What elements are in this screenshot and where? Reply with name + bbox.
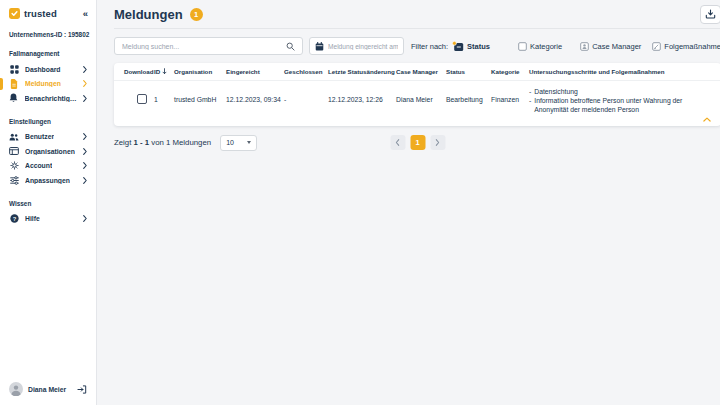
- sidebar-item-organisationen[interactable]: Organisationen: [0, 144, 96, 159]
- sidebar-item-hilfe[interactable]: ? Hilfe: [0, 212, 96, 227]
- sidebar: trusted « Unternehmens-ID : 195802 Fallm…: [0, 0, 97, 405]
- chevron-down-icon: [247, 141, 251, 144]
- export-download-button[interactable]: [700, 5, 720, 24]
- cell-letzte-statusaenderung: 12.12.2023, 12:26: [328, 96, 396, 103]
- category-filter-icon: [518, 42, 527, 51]
- row-download-checkbox[interactable]: [137, 94, 147, 104]
- date-filter-input[interactable]: Meldung eingereicht am...: [309, 37, 404, 55]
- sidebar-item-benachrichtigungen[interactable]: Benachrichtigu...: [0, 91, 96, 106]
- step-item: - Datensichtung: [529, 87, 697, 96]
- chevron-right-icon: [83, 66, 87, 73]
- logout-icon[interactable]: [77, 385, 87, 394]
- section-label-einstellungen: Einstellungen: [0, 106, 96, 130]
- sidebar-collapse-button[interactable]: «: [83, 9, 88, 19]
- sidebar-item-meldungen[interactable]: Meldungen: [0, 77, 96, 92]
- filter-label: Filter nach:: [411, 42, 448, 51]
- step-bullet: -: [529, 87, 531, 96]
- logo-text: trusted: [24, 8, 57, 19]
- sidebar-item-label: Benutzer: [25, 133, 54, 140]
- search-icon: [286, 42, 295, 51]
- page-size-select[interactable]: 10: [220, 135, 257, 151]
- sidebar-item-label: Hilfe: [25, 215, 40, 222]
- sidebar-item-label: Account: [25, 162, 52, 169]
- step-text: Datensichtung: [534, 87, 577, 96]
- filter-label-text: Case Manager: [592, 42, 641, 51]
- section-label-fallmanagement: Fallmanagement: [0, 38, 96, 62]
- cell-organisation: trusted GmbH: [174, 96, 226, 103]
- page-1-button[interactable]: 1: [410, 135, 425, 150]
- filter-label-text: Status: [467, 42, 490, 51]
- meldungen-table: Download ID Organisation Eingereicht Ges…: [114, 63, 720, 126]
- chevron-right-icon: [83, 133, 87, 140]
- column-header-eingereicht: Eingereicht: [226, 68, 284, 75]
- sidebar-item-dashboard[interactable]: Dashboard: [0, 62, 96, 77]
- sidebar-item-label: Anpassungen: [25, 177, 70, 184]
- chevron-right-icon: [83, 215, 87, 222]
- cell-kategorie: Finanzen: [491, 96, 529, 103]
- column-header-kategorie: Kategorie: [491, 68, 529, 75]
- next-page-button[interactable]: [430, 135, 445, 150]
- count-badge: 1: [190, 8, 203, 21]
- sidebar-item-anpassungen[interactable]: Anpassungen: [0, 173, 96, 188]
- filter-kategorie[interactable]: Kategorie: [518, 42, 562, 51]
- cell-eingereicht: 12.12.2023, 09:34: [226, 96, 284, 103]
- toolbar: Meldung eingereicht am... Filter nach: S…: [114, 37, 720, 55]
- column-header-download: Download: [124, 68, 154, 75]
- chevron-right-icon: [83, 80, 87, 87]
- sort-descending-icon: [162, 68, 167, 75]
- pagination-range: 1 - 1: [134, 138, 150, 147]
- section-label-wissen: Wissen: [0, 188, 96, 212]
- filter-status[interactable]: Status: [452, 41, 490, 52]
- page-header: Meldungen 1: [114, 0, 720, 29]
- cell-geschlossen: -: [284, 96, 328, 103]
- step-text: Information betroffene Person unter Wahr…: [534, 96, 697, 114]
- chevron-right-icon: [83, 162, 87, 169]
- sidebar-footer: Diana Meier: [0, 374, 96, 405]
- page-size-value: 10: [226, 139, 234, 146]
- calendar-icon: [315, 42, 324, 51]
- sidebar-item-label: Organisationen: [25, 148, 75, 155]
- svg-text:?: ?: [12, 216, 16, 222]
- search-box: [114, 37, 303, 55]
- filter-folgemassnahme[interactable]: Folgemaßnahme: [652, 42, 720, 51]
- status-filter-icon: [452, 41, 464, 52]
- dashboard-grid-icon: [9, 65, 19, 74]
- users-icon: [9, 133, 19, 141]
- column-header-id[interactable]: ID: [154, 68, 174, 75]
- step-item: - Information betroffene Person unter Wa…: [529, 96, 697, 114]
- gear-icon: [9, 161, 19, 170]
- chevron-right-icon: [83, 95, 87, 102]
- case-manager-filter-icon: [580, 42, 589, 51]
- search-input[interactable]: [122, 43, 286, 50]
- bell-icon: [9, 93, 19, 103]
- column-header-label: ID: [154, 68, 160, 75]
- sidebar-item-label: Meldungen: [25, 80, 61, 87]
- column-header-status: Status: [446, 68, 491, 75]
- pagination-summary: Zeigt 1 - 1 von 1 Meldungen: [114, 138, 211, 147]
- filter-case-manager[interactable]: Case Manager: [580, 42, 641, 51]
- sidebar-item-label: Benachrichtigu...: [25, 95, 77, 102]
- sidebar-item-label: Dashboard: [25, 66, 61, 73]
- sidebar-item-account[interactable]: Account: [0, 159, 96, 174]
- page-buttons: 1: [390, 135, 445, 150]
- step-bullet: -: [529, 96, 531, 114]
- table-row: 1 trusted GmbH 12.12.2023, 09:34 - 12.12…: [114, 81, 720, 126]
- filter-label-text: Kategorie: [530, 42, 562, 51]
- sidebar-item-benutzer[interactable]: Benutzer: [0, 130, 96, 145]
- download-icon: [705, 9, 716, 19]
- cell-id: 1: [154, 96, 174, 103]
- avatar: [9, 382, 23, 396]
- organisations-icon: [9, 147, 19, 155]
- trusted-logo-icon: [9, 8, 20, 19]
- app-window: trusted « Unternehmens-ID : 195802 Fallm…: [0, 0, 720, 405]
- collapse-row-icon[interactable]: [703, 117, 711, 122]
- pagination-bar: Zeigt 1 - 1 von 1 Meldungen 10 1: [114, 133, 720, 153]
- pagination-prefix: Zeigt: [114, 138, 131, 147]
- cell-status: Bearbeitung: [446, 96, 491, 103]
- chevron-right-icon: [83, 177, 87, 184]
- user-name: Diana Meier: [28, 386, 66, 393]
- page-title: Meldungen: [114, 7, 183, 22]
- previous-page-button[interactable]: [390, 135, 405, 150]
- column-header-letzte-statusaenderung: Letzte Statusänderung: [328, 68, 396, 75]
- column-header-untersuchungsschritte: Untersuchungsschritte und Folgemaßnahmen: [529, 68, 709, 75]
